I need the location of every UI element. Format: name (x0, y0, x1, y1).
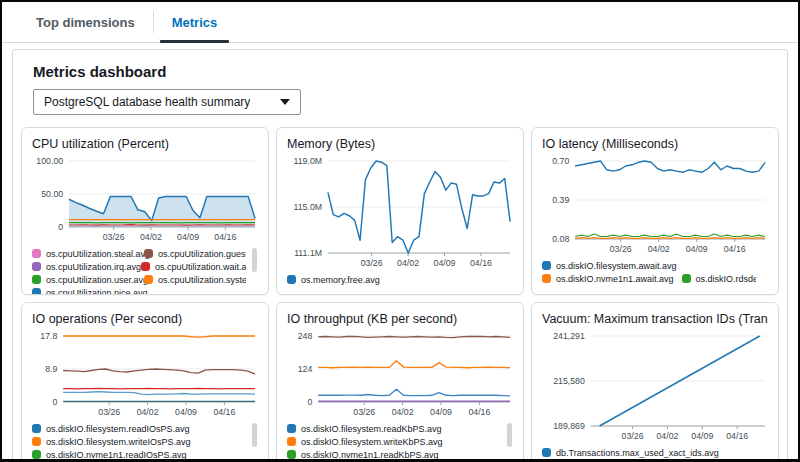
legend-item[interactable]: os.diskIO.filesystem.writeIOsPS.avg (32, 437, 191, 447)
legend-color-chip (542, 448, 551, 457)
legend-item-label: os.cpuUtilization.guest.avg (158, 249, 246, 259)
svg-text:0.08: 0.08 (552, 234, 569, 244)
legend-item[interactable]: db.Transactions.max_used_xact_ids.avg (542, 448, 719, 458)
tab-metrics[interactable]: Metrics (156, 2, 234, 42)
svg-text:04/09: 04/09 (430, 407, 452, 417)
legend-item[interactable]: os.diskIO.nvme1n1.readKbPS.avg (287, 450, 439, 460)
dashboard-select-value: PostgreSQL database health summary (44, 95, 272, 109)
legend-item[interactable]: os.diskIO.filesystem.readKbPS.avg (287, 424, 442, 434)
svg-text:50.00: 50.00 (41, 189, 63, 199)
chart-card: IO throughput (KB per second)248124003/2… (276, 302, 524, 462)
svg-text:215,580: 215,580 (553, 376, 585, 386)
legend-row: os.diskIO.nvme1n1.readIOsPS.avg (32, 448, 246, 461)
legend-item-label: os.memory.free.avg (301, 275, 380, 285)
legend-item-label: os.cpuUtilization.irq.avg (46, 262, 141, 272)
legend-item[interactable]: os.diskIO.rdsdev.await.avg (682, 274, 756, 284)
legend-row: os.diskIO.filesystem.writeIOsPS.avg (32, 435, 246, 448)
legend-item[interactable]: os.diskIO.filesystem.writeKbPS.avg (287, 437, 443, 447)
legend-row: os.diskIO.nvme1n1.await.avgos.diskIO.rds… (542, 272, 756, 285)
legend-item[interactable]: os.cpuUtilization.nice.avg (32, 288, 148, 296)
chart-card: Vacuum: Maximum transaction IDs (Transac… (531, 302, 779, 462)
legend-row: os.diskIO.filesystem.await.avg (542, 259, 756, 272)
legend-item-label: os.diskIO.filesystem.writeIOsPS.avg (46, 437, 191, 447)
legend-color-chip (144, 275, 153, 284)
legend-item[interactable]: os.memory.free.avg (287, 275, 380, 285)
legend-item[interactable]: os.diskIO.nvme1n1.await.avg (542, 274, 674, 284)
legend-color-chip (287, 424, 296, 433)
tab-top-dimensions-label: Top dimensions (36, 15, 135, 30)
legend-scrollbar[interactable] (507, 423, 512, 447)
legend-item[interactable]: os.cpuUtilization.wait.avg (141, 262, 246, 272)
legend-item-label: os.cpuUtilization.wait.avg (155, 262, 246, 272)
svg-text:03/26: 03/26 (103, 232, 125, 242)
app-window: Top dimensions Metrics Metrics dashboard… (0, 0, 800, 462)
svg-text:0: 0 (52, 397, 57, 407)
chart-plot: 119.0M115.0M111.1M03/2604/0204/0904/16 (287, 155, 513, 271)
legend-scrollbar[interactable] (252, 423, 257, 447)
legend-item[interactable]: os.cpuUtilization.steal.avg (32, 249, 144, 259)
charts-grid: CPU utilization (Percent)100.0050.00003/… (13, 127, 787, 462)
legend-item-label: os.cpuUtilization.nice.avg (46, 288, 148, 296)
legend-row: os.cpuUtilization.user.avgos.cpuUtilizat… (32, 273, 246, 286)
tab-top-dimensions[interactable]: Top dimensions (20, 2, 151, 42)
svg-text:0.70: 0.70 (552, 156, 569, 166)
legend-color-chip (32, 275, 41, 284)
svg-text:04/16: 04/16 (724, 244, 746, 254)
chart-legend: db.Transactions.max_used_xact_ids.avg (542, 446, 768, 459)
legend-item-label: os.diskIO.rdsdev.await.avg (696, 274, 756, 284)
legend-item[interactable]: os.diskIO.nvme1n1.readIOsPS.avg (32, 450, 187, 460)
legend-item[interactable]: os.cpuUtilization.irq.avg (32, 262, 141, 272)
chart-title: IO latency (Milliseconds) (542, 137, 768, 151)
legend-color-chip (287, 450, 296, 459)
chart-legend: os.diskIO.filesystem.readIOsPS.avgos.dis… (32, 422, 258, 462)
legend-scrollbar[interactable] (252, 248, 257, 272)
svg-text:04/09: 04/09 (434, 258, 456, 268)
legend-item[interactable]: os.cpuUtilization.system.avg (144, 275, 246, 285)
legend-color-chip (32, 262, 41, 271)
legend-item-label: os.diskIO.nvme1n1.readIOsPS.avg (46, 450, 187, 460)
legend-color-chip (32, 437, 41, 446)
legend-color-chip (287, 437, 296, 446)
legend-item[interactable]: os.cpuUtilization.guest.avg (144, 249, 246, 259)
svg-text:8.9: 8.9 (45, 364, 57, 374)
svg-text:189,869: 189,869 (553, 421, 585, 431)
chart-title: IO operations (Per second) (32, 312, 258, 326)
legend-row: os.cpuUtilization.irq.avgos.cpuUtilizati… (32, 260, 246, 273)
legend-row: os.diskIO.filesystem.writeKbPS.avg (287, 435, 501, 448)
legend-color-chip (682, 274, 691, 283)
legend-row: os.cpuUtilization.steal.avgos.cpuUtiliza… (32, 247, 246, 260)
svg-text:04/02: 04/02 (648, 244, 670, 254)
svg-text:03/26: 03/26 (98, 407, 120, 417)
svg-text:04/09: 04/09 (686, 244, 708, 254)
legend-item-label: os.cpuUtilization.system.avg (158, 275, 246, 285)
svg-text:115.0M: 115.0M (293, 202, 322, 212)
svg-text:03/26: 03/26 (610, 244, 632, 254)
legend-color-chip (542, 274, 551, 283)
svg-text:04/16: 04/16 (468, 407, 490, 417)
legend-item[interactable]: os.cpuUtilization.user.avg (32, 275, 144, 285)
legend-item[interactable]: os.diskIO.filesystem.readIOsPS.avg (32, 424, 190, 434)
svg-text:03/26: 03/26 (361, 258, 383, 268)
legend-color-chip (542, 261, 551, 270)
legend-item-label: os.diskIO.filesystem.await.avg (556, 261, 677, 271)
legend-item-label: os.diskIO.nvme1n1.readKbPS.avg (301, 450, 439, 460)
legend-item-label: os.diskIO.filesystem.readIOsPS.avg (46, 424, 190, 434)
legend-item-label: db.Transactions.max_used_xact_ids.avg (556, 448, 719, 458)
tab-metrics-label: Metrics (172, 15, 218, 30)
legend-row: os.memory.free.avg (287, 273, 501, 286)
legend-item-label: os.diskIO.filesystem.writeKbPS.avg (301, 437, 443, 447)
legend-color-chip (32, 450, 41, 459)
legend-row: os.cpuUtilization.nice.avg (32, 286, 246, 295)
chart-card: CPU utilization (Percent)100.0050.00003/… (21, 127, 269, 295)
svg-text:0: 0 (307, 397, 312, 407)
chart-title: Memory (Bytes) (287, 137, 513, 151)
chart-title: Vacuum: Maximum transaction IDs (Transac… (542, 312, 768, 326)
svg-text:241,291: 241,291 (553, 331, 585, 341)
chart-card: IO operations (Per second)17.88.9003/260… (21, 302, 269, 462)
legend-item-label: os.diskIO.nvme1n1.await.avg (556, 274, 674, 284)
chart-plot: 241,291215,580189,86903/2604/0204/0904/1… (542, 330, 768, 444)
svg-text:119.0M: 119.0M (293, 156, 322, 166)
chart-plot: 17.88.9003/2604/0204/0904/16 (32, 330, 258, 420)
dashboard-select[interactable]: PostgreSQL database health summary (33, 89, 301, 115)
legend-item[interactable]: os.diskIO.filesystem.await.avg (542, 261, 677, 271)
